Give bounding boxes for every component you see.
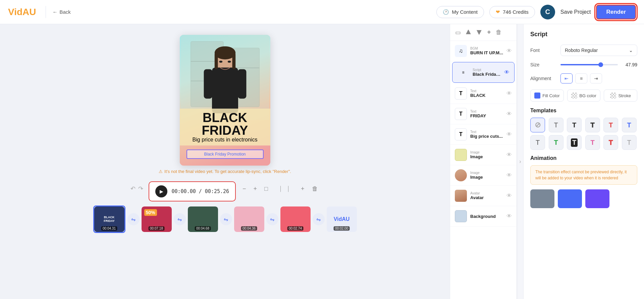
image2-visibility-icon[interactable]: 👁 [506,172,512,178]
size-slider-track[interactable] [560,64,618,65]
save-project-button[interactable]: Save Project [560,9,591,15]
layer-text-bigprice[interactable]: T Text Big price cuts... 👁 [450,124,517,145]
layer-text-friday[interactable]: T Text FRIDAY 👁 [450,104,517,124]
heart-icon: ❤ [496,9,500,15]
move-up-icon[interactable]: ⯅ [465,28,473,37]
add-layer-icon[interactable]: + [486,27,492,37]
size-slider-thumb[interactable] [598,62,603,67]
template-2[interactable]: T [567,118,582,132]
timeline-clip-3[interactable]: 00:04.68 [188,206,218,232]
image1-name: Image [470,154,503,159]
play-button[interactable]: ▶ [155,185,167,197]
size-row: Size 47.99 [530,62,637,67]
template-9[interactable]: T [585,135,600,150]
layer-background[interactable]: Background 👁 [450,206,517,227]
transition-2[interactable]: ⇋ [174,213,186,225]
my-content-button[interactable]: 🕐 My Content [436,6,484,18]
text-black-visibility-icon[interactable]: 👁 [506,91,512,97]
move-down-icon[interactable]: ⯆ [475,28,483,37]
template-8[interactable]: T [567,135,582,150]
bg-color-button[interactable]: BG color [567,89,601,102]
image1-visibility-icon[interactable]: 👁 [506,152,512,158]
timeline-clip-1[interactable]: BLACKFRIDAY 00:04.31 [93,205,125,233]
header-right: 🕐 My Content ❤ 746 Credits C Save Projec… [436,5,636,19]
template-4[interactable]: T [603,118,618,132]
align-center-button[interactable]: ≡ [575,73,587,83]
credits-button[interactable]: ❤ 746 Credits [489,6,535,18]
transition-4[interactable]: ⇋ [266,213,278,225]
layers-panel: ▭ ⯅ ⯆ + 🗑 ♫ BGM BURN IT UP.M... 👁 ≡ Scri… [450,24,517,299]
template-none[interactable]: ⊘ [530,118,545,132]
text-friday-visibility-icon[interactable]: 👁 [506,111,512,117]
redo-button[interactable]: ↷ [138,185,143,192]
trim-icon[interactable]: ⎸ [287,184,295,194]
size-value: 47.99 [560,62,637,67]
collapse-arrow[interactable]: › [517,24,523,299]
timeline-clip-4[interactable]: 00:04.36 [234,206,264,232]
bgm-visibility-icon[interactable]: 👁 [506,48,512,54]
layer-bgm[interactable]: ♫ BGM BURN IT UP.M... 👁 [450,41,517,61]
template-8-text: T [571,138,578,147]
template-3[interactable]: T [585,118,600,132]
bg-color-label: BG color [579,93,596,98]
font-select[interactable]: Roboto Regular ⌄ [560,45,637,56]
layer-script[interactable]: ≡ Script Black Friday ... 👁 [452,62,515,83]
anim-thumb-1[interactable] [530,189,554,208]
align-left-button[interactable]: ⇤ [560,73,573,83]
total-time: 25.26 [214,188,229,194]
align-right-button[interactable]: ⇥ [590,73,602,83]
back-button[interactable]: ← Back [53,9,71,15]
avatar-visibility-icon[interactable]: 👁 [506,193,512,199]
zoom-out-icon[interactable]: − [241,184,248,194]
layer-image2[interactable]: Image Image 👁 [450,165,517,186]
script-visibility-icon[interactable]: 👁 [504,69,509,75]
fill-color-label: Fill Color [542,93,559,98]
stroke-button[interactable]: Stroke [604,89,637,102]
zoom-in-icon[interactable]: + [252,184,259,194]
background-visibility-icon[interactable]: 👁 [506,213,512,219]
font-row: Font Roboto Regular ⌄ [530,45,637,56]
timeline-clip-2[interactable]: 50% 00:07.18 [142,206,172,232]
layers-toolbar: ▭ ⯅ ⯆ + 🗑 [450,24,517,41]
timeline-clip-6[interactable]: VidAU 00:02.00 [327,206,357,232]
template-11[interactable]: T [622,135,637,150]
anim-thumb-2[interactable] [558,189,582,208]
transition-3[interactable]: ⇋ [220,213,232,225]
add-clip-icon[interactable]: + [300,184,306,194]
video-preview[interactable]: BLACK FRIDAY Big price cuts in electroni… [180,35,270,166]
collapse-icon[interactable]: › [517,155,523,168]
black-friday-overlay: BLACK FRIDAY Big price cuts in electroni… [180,109,270,145]
timeline-clip-5[interactable]: 00:02.74 [280,206,311,232]
text-black-icon: T [459,91,463,97]
template-6[interactable]: T [530,135,545,150]
alignment-row: Alignment ⇤ ≡ ⇥ [530,73,637,83]
crop-icon[interactable]: □ [263,184,269,194]
user-avatar[interactable]: C [540,5,555,19]
avatar-icon-box [455,190,467,202]
transition-1[interactable]: ⇋ [127,213,140,225]
transition-5[interactable]: ⇋ [313,213,325,225]
image2-info: Image Image [470,171,503,180]
layer-text-black[interactable]: T Text BLACK 👁 [450,83,517,104]
delete-layer-icon[interactable]: 🗑 [495,28,503,37]
layer-avatar[interactable]: Avatar Avatar 👁 [450,186,517,206]
fill-color-button[interactable]: Fill Color [530,89,564,102]
svg-point-14 [227,61,231,63]
undo-button[interactable]: ↶ [130,185,136,192]
background-name: Background [470,214,503,219]
delete-clip-icon[interactable]: 🗑 [311,184,319,194]
anim-thumb-3[interactable] [585,189,609,208]
render-button[interactable]: Render [596,5,636,19]
layer-image1[interactable]: Image Image 👁 [450,145,517,165]
text-bigprice-visibility-icon[interactable]: 👁 [506,131,512,137]
template-1[interactable]: T [549,118,564,132]
split-icon[interactable]: ⎹ [274,184,282,194]
promotion-bar[interactable]: Black Friday Promotion [186,150,264,159]
copy-layer-icon[interactable]: ▭ [454,28,462,37]
clip-2-time: 00:07.18 [148,226,165,231]
template-7[interactable]: T [549,135,564,150]
image2-icon-box [455,169,467,181]
template-5[interactable]: T [622,118,637,132]
fill-color-swatch [534,93,540,99]
template-10[interactable]: T [603,135,618,150]
